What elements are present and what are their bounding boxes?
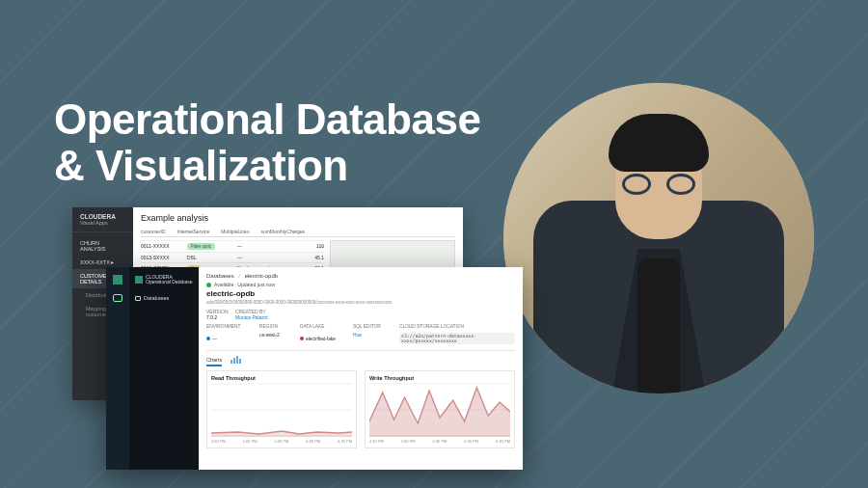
databases-icon[interactable]: [113, 294, 122, 302]
chart-write-throughput: Write Throughput 4:30 PM5:00 PM5:30 PM6:…: [365, 370, 515, 448]
sql-editor-link[interactable]: Hue: [353, 333, 399, 344]
meta-values: 7.0.2 Monica Palazzi: [206, 314, 515, 320]
opdb-sidebar: CLOUDERAOperational Database Databases: [129, 267, 199, 470]
status-line: Available · Updated just now: [206, 282, 515, 287]
va-col-header: MultipleLines: [221, 229, 249, 234]
va-sidebar-item[interactable]: CHURN ANALYSIS: [72, 236, 133, 256]
main-title: Operational Database & Visualization: [54, 96, 480, 190]
logo-icon: [113, 275, 122, 285]
va-page-title: Example analysis: [141, 213, 455, 223]
va-col-header: sumMonthlyCharges: [260, 229, 305, 234]
logo-icon: [135, 276, 143, 284]
breadcrumb-current: electric-opdb: [245, 273, 278, 279]
createdby-link[interactable]: Monica Palazzi: [235, 314, 293, 320]
table-row[interactable]: 0011-XXXXXFiber optic—116: [141, 240, 324, 252]
chart-read-throughput: Read Throughput 4:30 PM5:00 PM5:30 PM6:0…: [206, 370, 357, 448]
db-path: odx/030/05/0/00000000-0000-0000-0000-000…: [206, 300, 515, 305]
opdb-nav-rail: [106, 267, 129, 470]
screenshot-stack: CLOUDERA Visual Apps CHURN ANALYSISXXXX-…: [72, 207, 540, 477]
opdb-brand: CLOUDERAOperational Database: [135, 275, 193, 285]
breadcrumb: Databases / electric-opdb: [206, 273, 515, 279]
meta2-labels: ENVIRONMENT REGION DATA LAKE SQL EDITOR …: [206, 324, 515, 329]
svg-rect-0: [231, 360, 232, 364]
table-row[interactable]: 0013-SXXXXDSL—45.1: [141, 252, 324, 262]
va-col-header: InternetService: [177, 229, 210, 234]
va-column-headers: customerIDInternetServiceMultipleLinessu…: [141, 229, 455, 237]
breadcrumb-root[interactable]: Databases: [206, 273, 234, 279]
opdb-panel: CLOUDERAOperational Database Databases D…: [106, 267, 523, 470]
db-title: electric-opdb: [206, 289, 515, 298]
va-col-header: customerID: [141, 229, 166, 234]
status-dot-icon: [206, 283, 211, 287]
meta2-values: — us-west-2 electrified-lake Hue s3://a2…: [206, 333, 515, 344]
database-icon: [135, 296, 141, 301]
tab-charts[interactable]: Charts: [206, 357, 222, 366]
sidebar-item-databases[interactable]: Databases: [135, 292, 193, 304]
va-brand: CLOUDERA Visual Apps: [72, 207, 133, 232]
svg-rect-3: [239, 359, 241, 364]
opdb-main: Databases / electric-opdb Available · Up…: [199, 267, 523, 470]
svg-rect-2: [236, 356, 238, 364]
env-dot-icon: [206, 337, 210, 340]
datalake-dot-icon: [300, 337, 304, 340]
presenter-avatar: [503, 83, 814, 393]
svg-rect-1: [233, 358, 235, 364]
chart-tab-icon: [230, 355, 243, 365]
